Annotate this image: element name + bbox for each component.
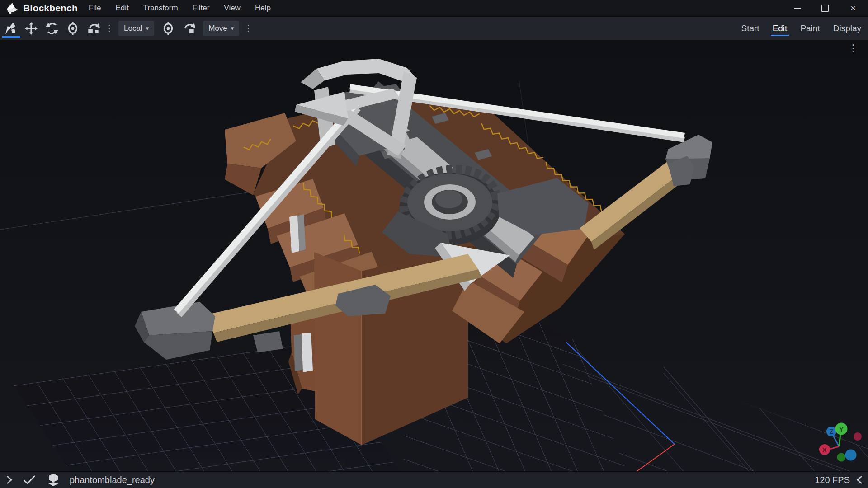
blockbench-logo-icon <box>5 2 19 14</box>
tab-paint[interactable]: Paint <box>800 19 820 38</box>
transform-space-value: Local <box>124 24 142 33</box>
toolbar-overflow-icon-2[interactable]: ⋮ <box>245 19 252 38</box>
maximize-button[interactable] <box>820 3 830 13</box>
active-tool-indicator <box>2 36 20 38</box>
minimize-button[interactable] <box>792 3 802 13</box>
vertex-snap-icon <box>86 22 101 35</box>
mode-tab-bar: Start Edit Paint Display <box>741 19 862 38</box>
rotation-snap-icon <box>182 22 196 35</box>
gizmo-z-label: Z <box>830 428 834 435</box>
select-tool-button[interactable] <box>2 19 19 38</box>
sidebar-collapse-button[interactable] <box>856 475 863 485</box>
menu-edit[interactable]: Edit <box>115 4 128 13</box>
viewport[interactable]: Z Y X ⋮ <box>0 40 868 471</box>
minimize-icon <box>794 8 801 9</box>
move-icon <box>24 22 38 35</box>
tab-start[interactable]: Start <box>741 19 760 38</box>
close-icon: × <box>850 4 856 13</box>
statusbar: phantomblade_ready 120 FPS <box>0 471 868 488</box>
move-tool-button[interactable] <box>23 19 40 38</box>
project-model-icon <box>47 473 60 487</box>
transform-gizmo-icon <box>4 22 17 35</box>
gizmo-ball-neg-x[interactable] <box>854 432 862 441</box>
transform-space-dropdown[interactable]: Local ▾ <box>118 21 154 36</box>
gizmo-ball-neg-y[interactable] <box>837 453 846 462</box>
pivot-origin-icon <box>161 22 175 35</box>
tool-mode-value: Move <box>208 24 227 33</box>
tab-edit[interactable]: Edit <box>772 19 788 38</box>
menu-filter[interactable]: Filter <box>193 4 210 13</box>
titlebar: Blockbench File Edit Transform Filter Vi… <box>0 0 868 16</box>
pivot-origin-button[interactable] <box>160 19 177 38</box>
close-button[interactable]: × <box>848 3 858 13</box>
menu-help[interactable]: Help <box>255 4 271 13</box>
chevron-down-icon: ▾ <box>146 25 149 32</box>
chevron-left-icon <box>856 475 863 485</box>
tab-display[interactable]: Display <box>833 19 862 38</box>
pivot-tool-button[interactable] <box>64 19 81 38</box>
menu-file[interactable]: File <box>89 4 101 13</box>
menu-view[interactable]: View <box>224 4 241 13</box>
gizmo-ball-neg-z[interactable] <box>845 450 857 461</box>
tool-mode-dropdown[interactable]: Move ▾ <box>203 21 239 36</box>
status-expand-button[interactable] <box>5 475 13 485</box>
fps-counter: 120 FPS <box>815 475 850 485</box>
saved-status <box>23 475 36 485</box>
app-title: Blockbench <box>23 3 78 14</box>
rotate-icon <box>45 22 59 35</box>
pivot-icon <box>66 22 80 35</box>
rotation-snap-button[interactable] <box>180 19 198 38</box>
active-tab-indicator <box>771 35 789 36</box>
gizmo-x-label: X <box>822 446 827 454</box>
viewport-canvas[interactable]: Z Y X <box>0 40 868 471</box>
toolbar-overflow-icon[interactable]: ⋮ <box>106 19 113 38</box>
vertex-snap-tool-button[interactable] <box>85 19 102 38</box>
rotate-tool-button[interactable] <box>43 19 61 38</box>
project-name[interactable]: phantomblade_ready <box>70 475 155 485</box>
check-icon <box>23 475 36 485</box>
chevron-right-icon <box>5 475 13 485</box>
menu-transform[interactable]: Transform <box>143 4 178 13</box>
gizmo-y-label: Y <box>839 425 844 433</box>
menubar: File Edit Transform Filter View Help <box>89 4 271 13</box>
viewport-menu-icon[interactable]: ⋮ <box>848 43 858 53</box>
maximize-icon <box>821 5 829 12</box>
toolbar: ⋮ Local ▾ Move ▾ ⋮ Start Edit Paint Disp… <box>0 16 868 40</box>
chevron-down-icon: ▾ <box>231 25 234 32</box>
